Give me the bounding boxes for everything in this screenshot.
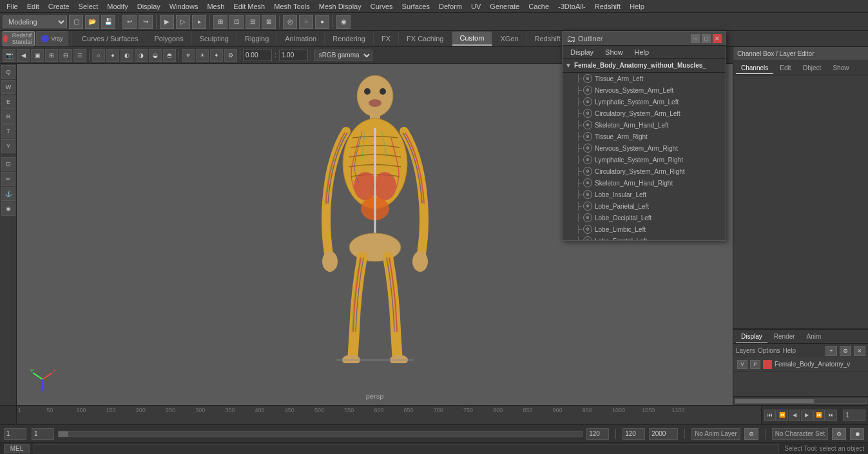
- tb-btn-s2[interactable]: ▷: [176, 15, 190, 29]
- vt-camera[interactable]: 📷: [3, 49, 15, 62]
- outliner-collapse-icon[interactable]: ▼: [565, 62, 572, 69]
- outliner-item-14[interactable]: ⊛ Lobe_Frontal_Left: [563, 235, 726, 240]
- timeline-ruler[interactable]: 1 50 100 150 200 250 300 350 400 450 500…: [17, 406, 761, 424]
- outliner-item-1[interactable]: ⊛ Nervous_System_Arm_Left: [563, 84, 726, 96]
- st-lasso[interactable]: ⊡: [1, 157, 15, 171]
- tb-btn-open[interactable]: 📂: [85, 15, 99, 29]
- vt-v2[interactable]: ▣: [31, 49, 44, 62]
- menu-edit[interactable]: Edit: [23, 1, 43, 12]
- tab-fx[interactable]: FX: [374, 32, 399, 45]
- range-end-input[interactable]: [649, 428, 678, 440]
- current-frame-input[interactable]: [843, 410, 865, 421]
- menu-redshift[interactable]: Redshift: [591, 1, 624, 12]
- tb-btn-redo[interactable]: ↪: [139, 15, 153, 29]
- tb-btn-s1[interactable]: ▶: [160, 15, 174, 29]
- vt-v1[interactable]: ◀: [17, 49, 30, 62]
- layers-scroll-track[interactable]: [735, 399, 867, 404]
- outliner-item-5[interactable]: ⊛ Tissue_Arm_Right: [563, 131, 726, 142]
- vt-v3[interactable]: ⊞: [45, 49, 58, 62]
- layer-p-btn[interactable]: P: [750, 360, 760, 369]
- menu-display[interactable]: Display: [133, 1, 164, 12]
- frame-range-slider[interactable]: [58, 431, 583, 437]
- layer-v-btn[interactable]: V: [737, 360, 747, 369]
- pb-to-end[interactable]: ⏭: [825, 410, 837, 421]
- vt-light1[interactable]: ☀: [196, 49, 209, 62]
- outliner-item-11[interactable]: ⊛ Lobe_Parietal_Left: [563, 200, 726, 212]
- st-soft[interactable]: ◉: [1, 202, 15, 216]
- pb-step-fwd[interactable]: ⏩: [813, 410, 825, 421]
- tb-btn-snap1[interactable]: ⊞: [213, 15, 227, 29]
- menu-help[interactable]: Help: [626, 1, 648, 12]
- pb-play-fwd[interactable]: ▶: [801, 410, 813, 421]
- tb-btn-save[interactable]: 💾: [101, 15, 115, 29]
- st-magnet[interactable]: ⚓: [1, 187, 15, 201]
- outliner-root-item[interactable]: Female_Body_Anatomy_without_Muscles_: [574, 62, 706, 69]
- layers-options-btn[interactable]: ⚙: [840, 346, 851, 356]
- outliner-menu-help[interactable]: Help: [630, 47, 655, 57]
- st-t[interactable]: T: [1, 124, 15, 138]
- outliner-item-13[interactable]: ⊛ Lobe_Limbic_Left: [563, 223, 726, 235]
- st-r[interactable]: R: [1, 109, 15, 124]
- tab-animation[interactable]: Animation: [277, 32, 325, 45]
- tab-polygons[interactable]: Polygons: [146, 32, 191, 45]
- st-y[interactable]: Y: [1, 139, 15, 153]
- tb-btn-s3[interactable]: ▸: [192, 15, 206, 29]
- tab-fx-caching[interactable]: FX Caching: [399, 32, 452, 45]
- tb-btn-snap3[interactable]: ⊟: [246, 15, 260, 29]
- outliner-menu-show[interactable]: Show: [600, 47, 628, 57]
- tb-btn-render1[interactable]: ◎: [283, 15, 297, 29]
- menu-generate[interactable]: Generate: [486, 1, 523, 12]
- renderer-vray[interactable]: Vray: [36, 31, 68, 46]
- cb-tab-show[interactable]: Show: [827, 62, 854, 73]
- st-paint[interactable]: ✏: [1, 172, 15, 186]
- menu-mesh[interactable]: Mesh: [203, 1, 228, 12]
- vt-shade4[interactable]: ◑: [135, 49, 148, 62]
- layers-delete-btn[interactable]: ✕: [854, 346, 865, 356]
- pb-play-back[interactable]: ◀: [789, 410, 800, 421]
- tb-btn-new[interactable]: ▢: [69, 15, 83, 29]
- layers-scrollbar[interactable]: [733, 396, 868, 405]
- layers-add-btn[interactable]: +: [825, 346, 837, 356]
- layers-menu-layers[interactable]: Layers: [736, 347, 755, 354]
- outliner-item-8[interactable]: ⊛ Circulatory_System_Arm_Right: [563, 166, 726, 177]
- cb-tab-edit[interactable]: Edit: [775, 62, 796, 73]
- tb-btn-snap2[interactable]: ⊡: [229, 15, 244, 29]
- menu-surfaces[interactable]: Surfaces: [398, 1, 434, 12]
- frame-current-input[interactable]: [32, 428, 54, 440]
- st-e[interactable]: E: [1, 95, 15, 109]
- frame-start-input[interactable]: [4, 428, 26, 440]
- tb-btn-snap4[interactable]: ⊠: [262, 15, 276, 29]
- menu-curves[interactable]: Curves: [367, 1, 397, 12]
- vt-v5[interactable]: ☰: [73, 49, 86, 62]
- menu-cache[interactable]: Cache: [525, 1, 553, 12]
- vt-shade6[interactable]: ◓: [163, 49, 176, 62]
- vt-shade3[interactable]: ◐: [121, 49, 133, 62]
- layer-item-0[interactable]: V P Female_Body_Anatomy_v: [733, 357, 868, 372]
- tab-sculpting[interactable]: Sculpting: [192, 32, 237, 45]
- bp-tab-anim[interactable]: Anim: [802, 331, 827, 342]
- vt-light2[interactable]: ✦: [210, 49, 223, 62]
- autokey-btn[interactable]: ⏺: [850, 428, 864, 440]
- layers-menu-options[interactable]: Options: [758, 347, 780, 354]
- menu-select[interactable]: Select: [75, 1, 102, 12]
- vt-value1[interactable]: [243, 50, 272, 61]
- cb-tab-channels[interactable]: Channels: [736, 62, 773, 74]
- tab-rigging[interactable]: Rigging: [237, 32, 277, 45]
- outliner-item-2[interactable]: ⊛ Lymphatic_System_Arm_Left: [563, 96, 726, 108]
- tab-rendering[interactable]: Rendering: [325, 32, 374, 45]
- mode-selector[interactable]: Modeling: [3, 15, 67, 28]
- outliner-item-12[interactable]: ⊛ Lobe_Occipital_Left: [563, 212, 726, 223]
- bp-tab-render[interactable]: Render: [769, 331, 800, 342]
- menu-mesh-display[interactable]: Mesh Display: [315, 1, 365, 12]
- outliner-item-0[interactable]: ⊛ Tissue_Arm_Left: [563, 73, 726, 84]
- anim-layer-btn[interactable]: ⚙: [744, 428, 758, 440]
- outliner-item-3[interactable]: ⊛ Circulatory_System_Arm_Left: [563, 108, 726, 119]
- tb-btn-undo[interactable]: ↩: [122, 15, 137, 29]
- anim-end-input[interactable]: [622, 428, 645, 440]
- tab-custom[interactable]: Custom: [452, 32, 493, 46]
- pb-to-start[interactable]: ⏮: [764, 410, 776, 421]
- outliner-item-4[interactable]: ⊛ Skeleton_Arm_Hand_Left: [563, 119, 726, 131]
- tb-btn-render3[interactable]: ●: [315, 15, 329, 29]
- outliner-item-10[interactable]: ⊛ Lobe_Insular_Left: [563, 189, 726, 200]
- menu-uv[interactable]: UV: [467, 1, 485, 12]
